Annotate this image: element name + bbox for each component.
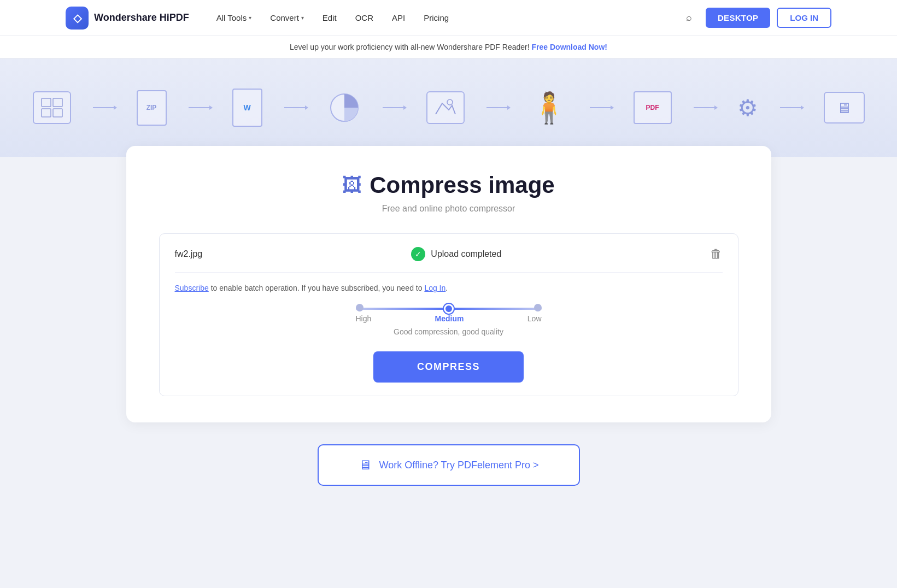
hero-banner: ZIP W 🧍 PDF [0, 58, 897, 157]
file-row: fw2.jpg ✓ Upload completed 🗑 [175, 247, 723, 273]
hero-illustration: ZIP W 🧍 PDF [33, 89, 865, 127]
download-link[interactable]: Free Download Now! [532, 43, 607, 51]
tool-image-icon: 🖼 [342, 174, 362, 197]
illus-chart [328, 91, 361, 124]
compression-desc: Good compression, good quality [394, 327, 503, 336]
slider-dot-medium[interactable] [444, 304, 454, 314]
tool-header: 🖼 Compress image Free and online photo c… [159, 172, 738, 214]
compress-button[interactable]: COMPRESS [373, 351, 524, 383]
chevron-down-icon: ▾ [301, 15, 304, 21]
illus-connector-1 [93, 107, 115, 108]
tool-title-row: 🖼 Compress image [159, 172, 738, 198]
file-name: fw2.jpg [175, 249, 203, 259]
illus-connector-2 [189, 107, 210, 108]
illus-connector-5 [486, 107, 508, 108]
slider-dot-low[interactable] [534, 304, 542, 311]
illus-person: 🧍 [530, 90, 568, 126]
svg-rect-2 [42, 109, 51, 117]
slider-track[interactable] [356, 308, 542, 310]
slider-track-container[interactable] [356, 308, 542, 310]
slider-labels: High Medium Low [356, 314, 542, 323]
subscribe-row: Subscribe to enable batch operation. If … [175, 284, 723, 292]
illus-connector-3 [284, 107, 306, 108]
compression-section: High Medium Low Good compression, good q… [175, 308, 723, 336]
tool-title: Compress image [370, 172, 554, 198]
login-button[interactable]: LOG IN [777, 8, 831, 28]
illus-mountain [426, 91, 465, 124]
monitor-icon: 🖥 [359, 457, 372, 473]
search-icon[interactable]: ⌕ [679, 8, 699, 28]
illus-connector-7 [694, 107, 716, 108]
login-link[interactable]: Log In [424, 284, 445, 292]
check-icon: ✓ [411, 247, 425, 261]
nav-all-tools[interactable]: All Tools ▾ [209, 9, 260, 27]
svg-point-5 [447, 99, 453, 105]
svg-rect-1 [53, 98, 62, 107]
slider-dots [356, 304, 542, 314]
upload-status: ✓ Upload completed [411, 247, 501, 261]
logo-text: Wondershare HiPDF [94, 12, 189, 23]
label-medium: Medium [435, 314, 464, 323]
offline-banner[interactable]: 🖥 Work Offline? Try PDFelement Pro > [318, 444, 580, 486]
illus-pdf: PDF [634, 91, 672, 124]
desktop-button[interactable]: DESKTOP [706, 8, 770, 28]
navbar: ◇ Wondershare HiPDF All Tools ▾ Convert … [0, 0, 897, 36]
illus-connector-8 [780, 107, 802, 108]
illus-word: W [232, 89, 262, 127]
subscribe-link[interactable]: Subscribe [175, 284, 209, 292]
chevron-down-icon: ▾ [249, 15, 251, 21]
illus-monitor: 🖥 [824, 92, 865, 124]
upload-area: fw2.jpg ✓ Upload completed 🗑 Subscribe t… [159, 233, 738, 396]
nav-api[interactable]: API [384, 9, 413, 27]
illus-grid [33, 91, 71, 124]
svg-rect-3 [53, 109, 62, 117]
illus-zip: ZIP [137, 90, 167, 126]
nav-convert[interactable]: Convert ▾ [262, 9, 312, 27]
illus-gear: ⚙ [737, 95, 758, 121]
delete-icon[interactable]: 🗑 [710, 247, 722, 261]
nav-edit[interactable]: Edit [315, 9, 344, 27]
slider-dot-high[interactable] [356, 304, 364, 311]
label-low: Low [527, 314, 542, 323]
main-content: 🖼 Compress image Free and online photo c… [0, 157, 897, 519]
tool-card: 🖼 Compress image Free and online photo c… [126, 146, 771, 422]
nav-ocr[interactable]: OCR [348, 9, 381, 27]
logo[interactable]: ◇ Wondershare HiPDF [66, 7, 189, 30]
offline-text: Work Offline? Try PDFelement Pro > [379, 460, 539, 471]
announcement-bar: Level up your work proficiency with all-… [0, 36, 897, 58]
illus-connector-6 [590, 107, 612, 108]
illus-connector-4 [383, 107, 404, 108]
tool-subtitle: Free and online photo compressor [159, 204, 738, 214]
nav-right: ⌕ DESKTOP LOG IN [679, 8, 831, 28]
label-high: High [356, 314, 372, 323]
logo-icon: ◇ [66, 7, 89, 30]
nav-links: All Tools ▾ Convert ▾ Edit OCR API Prici… [209, 9, 679, 27]
nav-pricing[interactable]: Pricing [416, 9, 456, 27]
svg-rect-0 [42, 98, 51, 107]
